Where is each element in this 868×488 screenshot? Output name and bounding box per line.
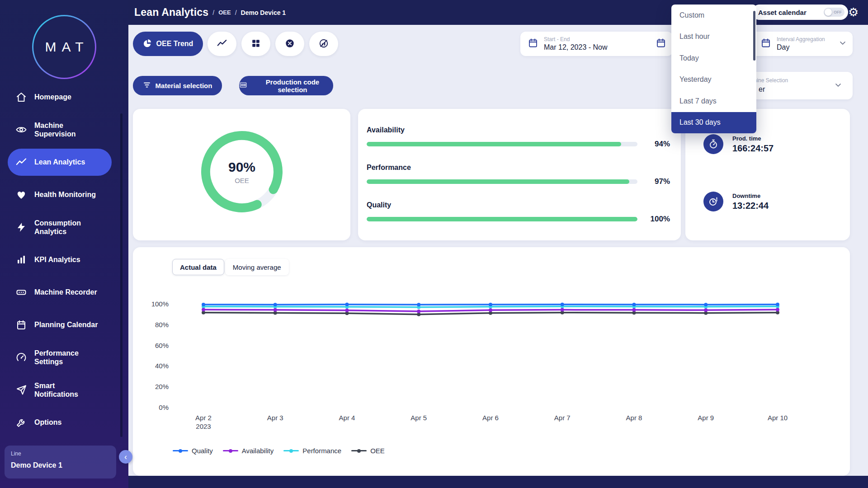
legend-swatch	[351, 449, 367, 453]
x-axis-tick: Apr 10	[768, 414, 788, 422]
series-point-availability	[417, 310, 420, 313]
calendar-icon	[15, 319, 27, 331]
x-axis-tick: Apr 2	[195, 414, 212, 422]
bar-chart-icon	[15, 254, 27, 266]
sidebar-item-options[interactable]: Options	[0, 406, 128, 439]
prod-time-text: Prod. time 166:24:57	[732, 135, 774, 154]
oee-trend-button[interactable]: OEE Trend	[133, 32, 203, 56]
wrench-icon	[15, 417, 27, 428]
material-selection-label: Material selection	[156, 82, 212, 89]
legend-swatch	[173, 449, 188, 453]
y-axis-tick: 0%	[159, 404, 169, 411]
dropdown-scrollbar[interactable]	[753, 11, 755, 61]
machine-selection-value: er	[759, 85, 765, 94]
no-data-chart-button[interactable]	[309, 32, 338, 56]
interval-aggregation-select[interactable]: Interval Aggregation Day	[750, 32, 853, 56]
send-icon	[15, 384, 27, 396]
toggle-state-label: OFF	[834, 10, 842, 14]
gauge-icon	[15, 352, 27, 363]
interval-value: Day	[777, 43, 833, 52]
time-range-dropdown: CustomLast hourTodayYesterdayLast 7 days…	[671, 5, 756, 133]
sidebar-item-label: Health Monitoring	[34, 190, 96, 199]
trend-chart-card: Actual data Moving average 0%20%40%60%80…	[133, 247, 850, 476]
x-axis-tick: Apr 9	[698, 414, 714, 422]
line-view-button[interactable]	[208, 32, 236, 56]
y-axis-tick: 20%	[155, 383, 169, 390]
series-point-quality	[632, 303, 636, 306]
grid-view-button[interactable]	[241, 32, 270, 56]
date-range-picker[interactable]: Start - End Mar 12, 2023 - Now	[520, 32, 673, 56]
metrics-card: Availability94%Performance97%Quality100%	[358, 109, 681, 240]
sidebar: MAT Homepage Machine Supervision Lean An…	[0, 0, 128, 488]
sidebar-item-lean-analytics[interactable]: Lean Analytics	[8, 149, 112, 176]
chart-legend: QualityAvailabilityPerformanceOEE	[173, 447, 385, 455]
sidebar-item-homepage[interactable]: Homepage	[0, 81, 128, 113]
sidebar-item-performance-settings[interactable]: Performance Settings	[0, 341, 128, 374]
x-axis-tick: Apr 5	[410, 414, 427, 422]
dropdown-option-today[interactable]: Today	[671, 47, 756, 69]
page-title: Lean Analytics	[134, 6, 208, 19]
series-point-availability	[489, 308, 492, 312]
gauge-value: 90%	[228, 160, 255, 175]
breadcrumb-device[interactable]: Demo Device 1	[241, 9, 286, 16]
series-point-availability	[561, 308, 564, 312]
asset-calendar-toggle[interactable]: OFF	[824, 8, 844, 17]
recorder-icon	[15, 286, 27, 298]
toggle-knob	[825, 9, 832, 16]
device-card-label: Line	[11, 450, 110, 457]
production-code-selection-button[interactable]: Production code selection	[239, 76, 333, 95]
y-axis-tick: 100%	[151, 300, 169, 308]
time-range-options: CustomLast hourTodayYesterdayLast 7 days…	[671, 5, 756, 133]
sidebar-item-label: KPI Analytics	[34, 255, 80, 264]
dropdown-option-last-hour[interactable]: Last hour	[671, 26, 756, 48]
home-icon	[15, 91, 27, 103]
y-axis-tick: 40%	[155, 362, 169, 370]
legend-label: Quality	[192, 447, 213, 455]
legend-item-availability[interactable]: Availability	[223, 447, 274, 455]
sidebar-item-planning-calendar[interactable]: Planning Calendar	[0, 309, 128, 341]
grid-icon	[251, 38, 261, 50]
sidebar-item-consumption-analytics[interactable]: Consumption Analytics	[0, 211, 128, 244]
chevron-down-icon	[834, 80, 843, 91]
dropdown-option-custom[interactable]: Custom	[671, 5, 756, 26]
production-code-selection-label: Production code selection	[252, 78, 333, 94]
prod-time-row: Prod. time 166:24:57	[703, 134, 774, 154]
brand-logo: MAT	[32, 15, 96, 79]
dropdown-option-yesterday[interactable]: Yesterday	[671, 69, 756, 91]
sidebar-item-health-monitoring[interactable]: Health Monitoring	[0, 178, 128, 211]
sidebar-item-kpi-analytics[interactable]: KPI Analytics	[0, 244, 128, 276]
legend-item-performance[interactable]: Performance	[283, 447, 341, 455]
y-axis-tick: 80%	[155, 321, 169, 328]
sidebar-item-label: Machine Supervision	[34, 121, 99, 138]
eye-icon	[15, 124, 27, 136]
dropdown-option-last-7-days[interactable]: Last 7 days	[671, 90, 756, 112]
device-card[interactable]: Line Demo Device 1	[5, 446, 116, 479]
series-point-quality	[561, 303, 564, 306]
calendar-icon[interactable]	[656, 38, 666, 50]
sidebar-collapse-button[interactable]: ‹	[119, 450, 132, 464]
tab-actual-data[interactable]: Actual data	[172, 259, 224, 275]
stopwatch-icon	[703, 134, 723, 154]
sidebar-item-machine-supervision[interactable]: Machine Supervision	[0, 113, 128, 146]
material-selection-button[interactable]: Material selection	[133, 76, 222, 95]
breadcrumb-section[interactable]: OEE	[218, 9, 231, 16]
sidebar-item-label: Consumption Analytics	[34, 219, 99, 236]
asset-calendar-control: Asset calendar OFF	[752, 5, 848, 20]
series-point-quality	[274, 303, 277, 306]
legend-item-oee[interactable]: OEE	[351, 447, 385, 455]
legend-label: Performance	[302, 447, 341, 455]
tab-moving-average[interactable]: Moving average	[225, 259, 289, 275]
sidebar-item-machine-recorder[interactable]: Machine Recorder	[0, 276, 128, 309]
progress-fill	[367, 179, 629, 184]
metric-value: 100%	[644, 215, 670, 224]
progress-track	[367, 217, 637, 221]
dropdown-option-last-30-days[interactable]: Last 30 days	[671, 112, 756, 134]
y-axis-tick: 60%	[155, 342, 169, 349]
sidebar-scrollbar[interactable]	[120, 113, 123, 437]
heart-icon	[15, 189, 27, 201]
close-circle-button[interactable]	[275, 32, 304, 56]
legend-item-quality[interactable]: Quality	[173, 447, 213, 455]
barcode-icon	[239, 81, 247, 90]
sidebar-item-smart-notifications[interactable]: Smart Notifications	[0, 374, 128, 406]
settings-gear-icon[interactable]: ⚙	[848, 5, 859, 19]
